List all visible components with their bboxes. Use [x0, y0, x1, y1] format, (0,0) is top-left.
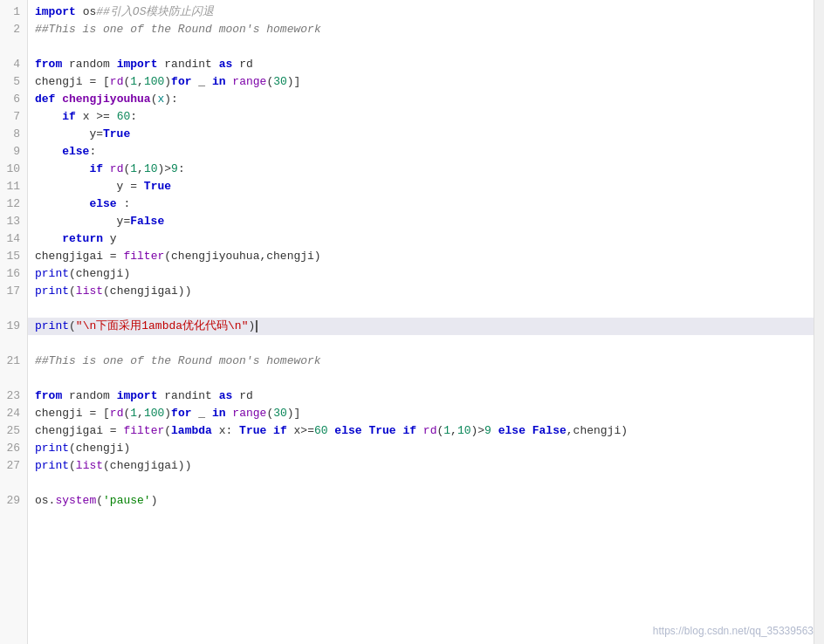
- code-line: [28, 335, 814, 353]
- code-line: from random import randint as rd: [28, 56, 814, 73]
- code-line: y=True: [28, 126, 814, 143]
- code-editor: 1 2 4 5 6 7 8 9 10 11 12 13 14 15 16 17 …: [0, 0, 824, 644]
- code-line: else:: [28, 143, 814, 161]
- code-line: os.system('pause'): [28, 492, 814, 510]
- watermark: https://blog.csdn.net/qq_35339563: [653, 625, 814, 637]
- code-line: chengji = [rd(1,100)for _ in range(30)]: [28, 73, 814, 91]
- code-line: print("\n下面采用1ambda优化代码\n"): [28, 318, 814, 335]
- code-line: ##This is one of the Round moon's homewo…: [28, 21, 814, 38]
- code-line: chengji = [rd(1,100)for _ in range(30)]: [28, 405, 814, 422]
- code-line: chengjigai = filter(chengjiyouhua,chengj…: [28, 248, 814, 265]
- code-content: import os##引入OS模块防止闪退 ##This is one of t…: [28, 0, 814, 644]
- code-line: if x >= 60:: [28, 108, 814, 126]
- code-area: 1 2 4 5 6 7 8 9 10 11 12 13 14 15 16 17 …: [0, 0, 824, 644]
- code-line: y = True: [28, 178, 814, 195]
- code-line: if rd(1,10)>9:: [28, 161, 814, 178]
- code-line: [28, 300, 814, 318]
- code-line: return y: [28, 230, 814, 248]
- code-line: [28, 475, 814, 492]
- code-line: print(list(chengjigai)): [28, 457, 814, 475]
- code-line: print(list(chengjigai)): [28, 283, 814, 300]
- code-line: ##This is one of the Round moon's homewo…: [28, 353, 814, 370]
- code-line: print(chengji): [28, 440, 814, 457]
- code-line: import os##引入OS模块防止闪退: [28, 3, 814, 21]
- code-line: [28, 370, 814, 387]
- code-line: from random import randint as rd: [28, 387, 814, 405]
- code-line: [28, 38, 814, 56]
- code-line: chengjigai = filter(lambda x: True if x>…: [28, 422, 814, 440]
- vertical-scrollbar[interactable]: [814, 0, 824, 644]
- line-numbers: 1 2 4 5 6 7 8 9 10 11 12 13 14 15 16 17 …: [0, 0, 28, 644]
- code-line: print(chengji): [28, 265, 814, 283]
- code-line: else :: [28, 195, 814, 213]
- code-line: y=False: [28, 213, 814, 230]
- code-line: def chengjiyouhua(x):: [28, 91, 814, 108]
